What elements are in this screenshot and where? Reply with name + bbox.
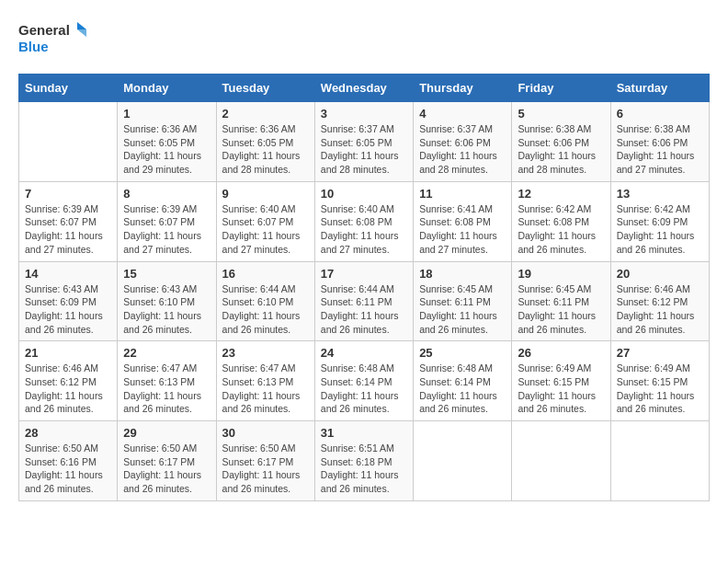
day-info: Sunrise: 6:47 AM Sunset: 6:13 PM Dayligh… [123,362,210,416]
day-info: Sunrise: 6:38 AM Sunset: 6:06 PM Dayligh… [518,122,604,177]
calendar-cell: 30Sunrise: 6:50 AM Sunset: 6:17 PM Dayli… [216,421,314,501]
day-number: 19 [518,267,604,281]
day-info: Sunrise: 6:40 AM Sunset: 6:07 PM Dayligh… [222,202,309,257]
calendar-week-row: 7Sunrise: 6:39 AM Sunset: 6:07 PM Daylig… [19,181,710,261]
logo: General Blue [18,18,92,59]
day-number: 5 [518,107,604,121]
day-number: 13 [617,187,703,201]
calendar-cell: 7Sunrise: 6:39 AM Sunset: 6:07 PM Daylig… [19,181,118,261]
day-info: Sunrise: 6:47 AM Sunset: 6:13 PM Dayligh… [222,362,309,416]
day-info: Sunrise: 6:45 AM Sunset: 6:11 PM Dayligh… [419,282,506,337]
day-info: Sunrise: 6:39 AM Sunset: 6:07 PM Dayligh… [25,202,111,257]
day-number: 6 [617,107,703,121]
calendar-cell: 6Sunrise: 6:38 AM Sunset: 6:06 PM Daylig… [610,102,709,182]
day-info: Sunrise: 6:49 AM Sunset: 6:15 PM Dayligh… [617,362,703,416]
page-header: General Blue [18,18,710,59]
day-info: Sunrise: 6:39 AM Sunset: 6:07 PM Dayligh… [123,202,210,257]
day-info: Sunrise: 6:44 AM Sunset: 6:10 PM Dayligh… [222,282,309,337]
calendar-cell: 21Sunrise: 6:46 AM Sunset: 6:12 PM Dayli… [19,341,118,421]
day-info: Sunrise: 6:44 AM Sunset: 6:11 PM Dayligh… [321,282,407,337]
day-number: 8 [123,187,210,201]
day-info: Sunrise: 6:36 AM Sunset: 6:05 PM Dayligh… [123,122,210,177]
day-info: Sunrise: 6:46 AM Sunset: 6:12 PM Dayligh… [25,362,111,416]
day-info: Sunrise: 6:42 AM Sunset: 6:09 PM Dayligh… [617,202,703,257]
svg-marker-2 [77,22,86,29]
svg-text:Blue: Blue [18,39,49,54]
day-number: 9 [222,187,309,201]
calendar-cell: 9Sunrise: 6:40 AM Sunset: 6:07 PM Daylig… [216,181,314,261]
calendar-week-row: 1Sunrise: 6:36 AM Sunset: 6:05 PM Daylig… [19,102,710,182]
calendar-cell: 25Sunrise: 6:48 AM Sunset: 6:14 PM Dayli… [414,341,512,421]
calendar-cell: 17Sunrise: 6:44 AM Sunset: 6:11 PM Dayli… [314,261,413,341]
calendar-week-row: 28Sunrise: 6:50 AM Sunset: 6:16 PM Dayli… [19,421,710,501]
day-info: Sunrise: 6:41 AM Sunset: 6:08 PM Dayligh… [419,202,506,257]
calendar-cell: 11Sunrise: 6:41 AM Sunset: 6:08 PM Dayli… [414,181,512,261]
calendar-cell: 16Sunrise: 6:44 AM Sunset: 6:10 PM Dayli… [216,261,314,341]
day-info: Sunrise: 6:38 AM Sunset: 6:06 PM Dayligh… [617,122,703,177]
calendar-cell: 31Sunrise: 6:51 AM Sunset: 6:18 PM Dayli… [314,421,413,501]
calendar-cell: 29Sunrise: 6:50 AM Sunset: 6:17 PM Dayli… [118,421,216,501]
day-number: 21 [25,346,111,360]
day-number: 29 [123,426,210,440]
day-number: 26 [518,346,604,360]
weekday-header-row: SundayMondayTuesdayWednesdayThursdayFrid… [19,75,710,102]
day-number: 16 [222,267,309,281]
calendar-cell: 27Sunrise: 6:49 AM Sunset: 6:15 PM Dayli… [610,341,709,421]
day-info: Sunrise: 6:45 AM Sunset: 6:11 PM Dayligh… [518,282,604,337]
day-number: 4 [419,107,506,121]
weekday-header: Wednesday [314,75,413,102]
day-number: 28 [25,426,111,440]
day-number: 14 [25,267,111,281]
day-number: 10 [321,187,407,201]
day-number: 11 [419,187,506,201]
day-info: Sunrise: 6:43 AM Sunset: 6:09 PM Dayligh… [25,282,111,337]
calendar-cell: 5Sunrise: 6:38 AM Sunset: 6:06 PM Daylig… [512,102,610,182]
day-number: 7 [25,187,111,201]
day-number: 12 [518,187,604,201]
calendar-cell: 4Sunrise: 6:37 AM Sunset: 6:06 PM Daylig… [414,102,512,182]
calendar-table: SundayMondayTuesdayWednesdayThursdayFrid… [18,74,710,501]
day-info: Sunrise: 6:37 AM Sunset: 6:06 PM Dayligh… [419,122,506,177]
day-number: 25 [419,346,506,360]
day-number: 23 [222,346,309,360]
day-info: Sunrise: 6:50 AM Sunset: 6:17 PM Dayligh… [123,442,210,496]
weekday-header: Friday [512,75,610,102]
day-info: Sunrise: 6:40 AM Sunset: 6:08 PM Dayligh… [321,202,407,257]
day-info: Sunrise: 6:36 AM Sunset: 6:05 PM Dayligh… [222,122,309,177]
day-number: 2 [222,107,309,121]
day-number: 27 [617,346,703,360]
day-number: 24 [321,346,407,360]
calendar-cell: 15Sunrise: 6:43 AM Sunset: 6:10 PM Dayli… [118,261,216,341]
svg-marker-3 [77,29,86,37]
svg-text:General: General [18,22,70,38]
day-number: 15 [123,267,210,281]
weekday-header: Monday [118,75,216,102]
calendar-cell: 3Sunrise: 6:37 AM Sunset: 6:05 PM Daylig… [314,102,413,182]
calendar-cell: 10Sunrise: 6:40 AM Sunset: 6:08 PM Dayli… [314,181,413,261]
calendar-cell: 22Sunrise: 6:47 AM Sunset: 6:13 PM Dayli… [118,341,216,421]
day-info: Sunrise: 6:50 AM Sunset: 6:16 PM Dayligh… [25,442,111,496]
day-number: 17 [321,267,407,281]
day-number: 3 [321,107,407,121]
logo-svg: General Blue [18,18,92,59]
day-info: Sunrise: 6:50 AM Sunset: 6:17 PM Dayligh… [222,442,309,496]
day-info: Sunrise: 6:49 AM Sunset: 6:15 PM Dayligh… [518,362,604,416]
weekday-header: Thursday [414,75,512,102]
weekday-header: Saturday [610,75,709,102]
calendar-week-row: 14Sunrise: 6:43 AM Sunset: 6:09 PM Dayli… [19,261,710,341]
calendar-cell: 20Sunrise: 6:46 AM Sunset: 6:12 PM Dayli… [610,261,709,341]
calendar-cell: 8Sunrise: 6:39 AM Sunset: 6:07 PM Daylig… [118,181,216,261]
day-number: 30 [222,426,309,440]
day-info: Sunrise: 6:37 AM Sunset: 6:05 PM Dayligh… [321,122,407,177]
calendar-cell: 13Sunrise: 6:42 AM Sunset: 6:09 PM Dayli… [610,181,709,261]
calendar-cell: 24Sunrise: 6:48 AM Sunset: 6:14 PM Dayli… [314,341,413,421]
day-info: Sunrise: 6:42 AM Sunset: 6:08 PM Dayligh… [518,202,604,257]
calendar-cell: 12Sunrise: 6:42 AM Sunset: 6:08 PM Dayli… [512,181,610,261]
day-info: Sunrise: 6:48 AM Sunset: 6:14 PM Dayligh… [321,362,407,416]
day-info: Sunrise: 6:46 AM Sunset: 6:12 PM Dayligh… [617,282,703,337]
calendar-cell: 1Sunrise: 6:36 AM Sunset: 6:05 PM Daylig… [118,102,216,182]
day-number: 22 [123,346,210,360]
weekday-header: Tuesday [216,75,314,102]
day-info: Sunrise: 6:48 AM Sunset: 6:14 PM Dayligh… [419,362,506,416]
calendar-cell [610,421,709,501]
